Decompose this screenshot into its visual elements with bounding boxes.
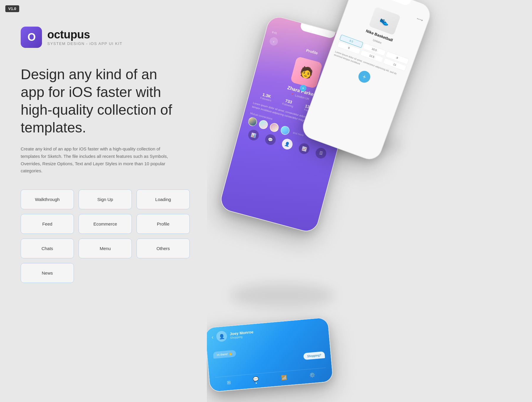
phone-3-mockup: ‹ 👤 Joey Monroe Shopping Hi there! 👋 Sho… xyxy=(207,317,334,393)
phone-2-mockup: ●●● ▶ 👟 Nike Basketball Unisex 8.5 10.5 … xyxy=(299,0,434,163)
action-icon-profile[interactable]: 👤 xyxy=(281,138,294,151)
avatar-3 xyxy=(269,122,280,133)
logo-subtitle: SYSTEM DESIGN - iOS APP UI KIT xyxy=(47,41,122,46)
phone-3-screen: ‹ 👤 Joey Monroe Shopping Hi there! 👋 Sho… xyxy=(207,317,333,392)
action-icon-2[interactable]: 💬 xyxy=(264,133,277,146)
chat-bubble-sent: Shopping? xyxy=(303,351,325,360)
chat-header: ‹ 👤 Joey Monroe Shopping xyxy=(211,322,323,343)
time-display: 9:41 xyxy=(272,31,278,35)
stat-followers: 1.3K Followers xyxy=(260,92,273,102)
action-icon-4[interactable]: ☰ xyxy=(314,147,327,160)
logo-area: O octupus SYSTEM DESIGN - iOS APP UI KIT xyxy=(21,27,180,48)
location-pin-icon: 📍 xyxy=(290,93,294,97)
nav-icon-signal[interactable]: 📶 xyxy=(281,375,288,381)
stat-following: 733 Following xyxy=(282,98,295,108)
version-badge: V1.0 xyxy=(5,5,19,12)
action-icon-1[interactable]: 📊 xyxy=(247,129,260,142)
logo-title: octupus xyxy=(47,29,122,40)
hero-heading: Design any kind of an app for iOS faster… xyxy=(21,66,180,137)
nav-icon-home[interactable]: ⊞ xyxy=(227,380,231,385)
phone-2-shell: ●●● ▶ 👟 Nike Basketball Unisex 8.5 10.5 … xyxy=(299,0,434,163)
category-btn-signup[interactable]: Sign Up xyxy=(79,189,132,209)
nav-icon-chat[interactable]: 💬 xyxy=(253,376,259,384)
nav-active-dot xyxy=(256,382,257,384)
chat-contact-info: Joey Monroe Shopping xyxy=(230,330,254,339)
phone-shadow-1 xyxy=(231,284,334,307)
phones-area: 9:41 ●●● ‹ Profile 💬 🧑 + Zhara Parker 📍 … xyxy=(207,0,532,402)
chat-bubble-received: Hi there! 👋 xyxy=(213,350,236,359)
chat-back-icon[interactable]: ‹ xyxy=(211,334,214,340)
category-btn-walkthrough[interactable]: Walkthrough xyxy=(21,189,74,209)
chat-bottom-nav: ⊞ 💬 📶 ⚙️ xyxy=(215,367,327,387)
avatar-2 xyxy=(258,119,269,130)
phone-2-screen: ●●● ▶ 👟 Nike Basketball Unisex 8.5 10.5 … xyxy=(300,0,433,162)
avatar-4 xyxy=(280,125,291,136)
phone-3-shell: ‹ 👤 Joey Monroe Shopping Hi there! 👋 Sho… xyxy=(207,317,334,393)
category-btn-feed[interactable]: Feed xyxy=(21,214,74,234)
chat-contact-avatar: 👤 xyxy=(216,330,227,342)
back-icon[interactable]: ‹ xyxy=(269,36,279,46)
logo-icon: O xyxy=(21,27,42,48)
avatar-1 xyxy=(247,116,258,127)
category-btn-chats[interactable]: Chats xyxy=(21,239,74,258)
category-btn-menu[interactable]: Menu xyxy=(79,239,132,258)
hero-description: Create any kind of an app for iOS faster… xyxy=(21,145,168,175)
logo-text-area: octupus SYSTEM DESIGN - iOS APP UI KIT xyxy=(47,29,122,46)
category-btn-loading[interactable]: Loading xyxy=(137,189,190,209)
screen-title-label: Profile xyxy=(306,48,318,55)
action-icon-3[interactable]: 📈 xyxy=(298,142,311,155)
category-btn-others[interactable]: Others xyxy=(137,239,190,258)
category-btn-news[interactable]: News xyxy=(21,263,74,283)
category-btn-profile[interactable]: Profile xyxy=(137,214,190,234)
ecom-add-to-cart[interactable]: + xyxy=(357,69,372,84)
nav-icon-settings[interactable]: ⚙️ xyxy=(309,372,316,378)
chat-messages: Hi there! 👋 Shopping? xyxy=(213,342,325,368)
category-btn-ecommerce[interactable]: Ecommerce xyxy=(79,214,132,234)
left-content-panel: O octupus SYSTEM DESIGN - iOS APP UI KIT… xyxy=(0,0,201,402)
category-grid: Walkthrough Sign Up Loading Feed Ecommer… xyxy=(21,189,180,283)
